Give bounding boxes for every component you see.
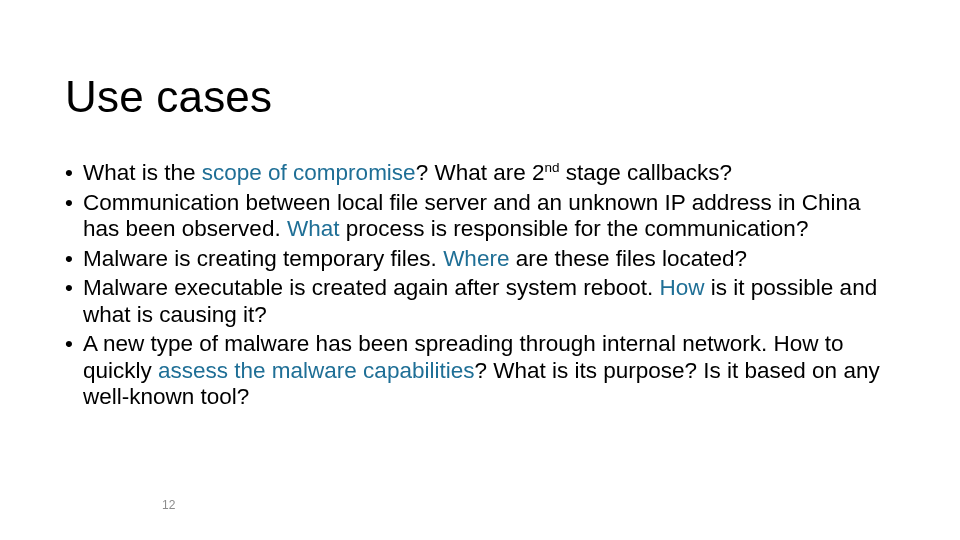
bullet-item: A new type of malware has been spreading… [65,331,900,411]
bullet-list: What is the scope of compromise? What ar… [65,160,900,414]
page-number: 12 [162,498,175,512]
bullet-item: Communication between local file server … [65,190,900,243]
bullet-item: Malware is creating temporary files. Whe… [65,246,900,273]
bullet-item: What is the scope of compromise? What ar… [65,160,900,187]
slide-title: Use cases [65,72,272,122]
bullet-item: Malware executable is created again afte… [65,275,900,328]
slide: Use cases What is the scope of compromis… [0,0,960,540]
